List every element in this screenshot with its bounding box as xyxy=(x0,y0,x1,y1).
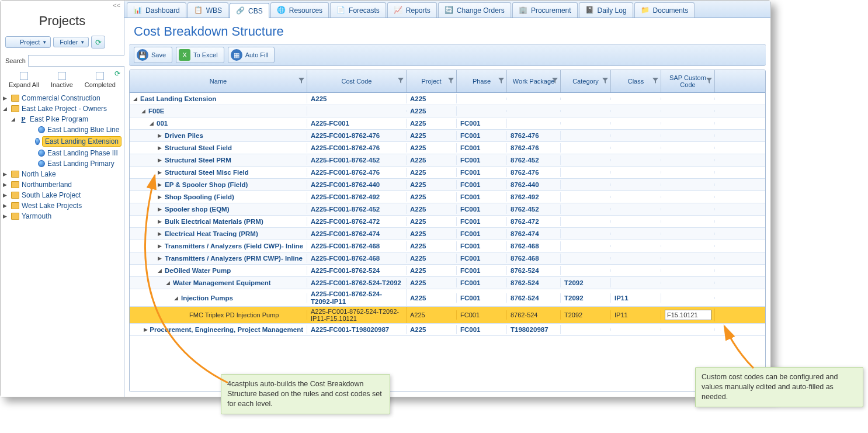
row-toggle-icon[interactable]: ▶ xyxy=(158,157,163,163)
table-row[interactable]: ▶Shop Spooling (Field)A225-FC001-8762-49… xyxy=(130,191,765,203)
table-row[interactable]: ▶Structural Steel FieldA225-FC001-8762-4… xyxy=(130,142,765,154)
tree-toggle-icon[interactable]: ▶ xyxy=(3,95,9,101)
table-row[interactable]: ◢F00EA225 xyxy=(130,105,765,117)
filter-icon[interactable] xyxy=(448,78,454,85)
row-toggle-icon[interactable]: ◢ xyxy=(150,120,155,126)
table-row[interactable]: ◢001A225-FC001A225FC001 xyxy=(130,117,765,130)
tree-node[interactable]: East Landing Blue Line xyxy=(3,124,121,135)
table-row[interactable]: ▶Transmitters / Analyzers (PRM CWP)- Inl… xyxy=(130,252,765,265)
table-row[interactable]: ▶Transmitters / Analyzers (Field CWP)- I… xyxy=(130,240,765,252)
tree-toggle-icon[interactable]: ◢ xyxy=(11,116,17,122)
table-row[interactable]: ◢Water Management EquipmentA225-FC001-87… xyxy=(130,277,765,289)
tree-node[interactable]: East Landing Phase III xyxy=(3,148,121,158)
tree-toggle-icon[interactable]: ▶ xyxy=(3,203,9,209)
tree-node[interactable]: ◢East Lake Project - Owners xyxy=(3,103,121,114)
tab-forecasts[interactable]: 📄Forecasts xyxy=(330,2,386,18)
row-toggle-icon[interactable]: ◢ xyxy=(158,268,163,273)
save-button[interactable]: 💾 Save xyxy=(134,47,172,63)
table-row[interactable]: ▶Bulk Electrical Materials (PRM)A225-FC0… xyxy=(130,216,765,228)
program-icon: P xyxy=(19,115,27,123)
row-toggle-icon[interactable]: ▶ xyxy=(158,169,163,175)
sap-code-input[interactable] xyxy=(665,310,711,320)
filter-icon[interactable] xyxy=(652,78,658,85)
grid-body[interactable]: ◢East Landing ExtensionA225A225◢F00EA225… xyxy=(130,93,765,392)
project-dropdown[interactable]: Project ▼ xyxy=(5,36,51,48)
table-row[interactable]: ▶Driven PilesA225-FC001-8762-476A225FC00… xyxy=(130,130,765,142)
table-row[interactable]: ▶Structural Steel Misc FieldA225-FC001-8… xyxy=(130,167,765,179)
tree-node[interactable]: ▶North Lake xyxy=(3,169,121,179)
row-toggle-icon[interactable]: ◢ xyxy=(166,280,171,286)
tab-dashboard[interactable]: 📊Dashboard xyxy=(127,2,186,18)
tree-toggle-icon[interactable]: ◢ xyxy=(3,106,9,112)
row-toggle-icon[interactable]: ▶ xyxy=(144,327,148,332)
row-toggle-icon[interactable]: ▶ xyxy=(158,219,163,224)
row-toggle-icon[interactable]: ◢ xyxy=(174,295,179,301)
col-sap-code[interactable]: SAP Custom Code xyxy=(661,70,715,92)
tree-toggle-icon[interactable]: ▶ xyxy=(3,213,9,219)
row-name: Bulk Electrical Materials (PRM) xyxy=(165,218,263,225)
col-project[interactable]: Project xyxy=(407,70,457,92)
col-category[interactable]: Category xyxy=(561,70,611,92)
filter-icon[interactable] xyxy=(706,78,712,85)
tree-toggle-icon[interactable]: ▶ xyxy=(3,171,9,177)
table-row[interactable]: ◢DeOiled Water PumpA225-FC001-8762-524A2… xyxy=(130,265,765,277)
tab-resources[interactable]: 🌐Resources xyxy=(270,2,329,18)
tree-node[interactable]: East Landing Primary xyxy=(3,158,121,169)
row-toggle-icon[interactable]: ▶ xyxy=(158,145,163,151)
row-toggle-icon[interactable]: ▶ xyxy=(158,182,163,188)
row-toggle-icon[interactable]: ▶ xyxy=(158,231,163,237)
inactive-toggle[interactable]: Inactive xyxy=(51,72,73,88)
tree-node[interactable]: ▶Commercial Construction xyxy=(3,93,121,103)
col-cost-code[interactable]: Cost Code xyxy=(307,70,407,92)
search-input[interactable] xyxy=(28,55,133,67)
tab-documents[interactable]: 📁Documents xyxy=(634,2,695,18)
refresh-button[interactable]: ⟳ xyxy=(91,36,105,49)
row-toggle-icon[interactable]: ▶ xyxy=(158,255,163,261)
expand-all-toggle[interactable]: Expand All xyxy=(9,72,39,88)
sidebar-collapse[interactable]: << xyxy=(1,1,124,10)
row-toggle-icon[interactable]: ▶ xyxy=(158,243,163,249)
table-row[interactable]: ▶Procurement, Engineering, Project Manag… xyxy=(130,324,765,336)
col-class[interactable]: Class xyxy=(611,70,661,92)
tab-reports[interactable]: 📈Reports xyxy=(387,2,437,18)
tab-cbs[interactable]: 🔗CBS xyxy=(230,3,269,18)
cell-proj: A225 xyxy=(407,278,457,287)
col-work-package[interactable]: Work Package xyxy=(507,70,561,92)
tree-node[interactable]: ▶West Lake Projects xyxy=(3,200,121,211)
tree-toggle-icon[interactable]: ▶ xyxy=(3,182,9,188)
refresh-icon[interactable]: ⟳ xyxy=(114,70,120,78)
row-toggle-icon[interactable]: ◢ xyxy=(133,96,138,102)
tree-node[interactable]: ◢PEast Pike Program xyxy=(3,114,121,124)
folder-dropdown[interactable]: Folder ▼ xyxy=(53,37,89,47)
completed-toggle[interactable]: Completed xyxy=(85,72,116,88)
tab-procurement[interactable]: 🏢Procurement xyxy=(512,2,578,18)
table-row[interactable]: ▶Electrical Heat Tracing (PRM)A225-FC001… xyxy=(130,228,765,240)
table-row[interactable]: FMC Triplex PD Injection PumpA225-FC001-… xyxy=(130,307,765,324)
filter-icon[interactable] xyxy=(398,78,404,85)
row-toggle-icon[interactable]: ▶ xyxy=(158,194,163,200)
to-excel-button[interactable]: X To Excel xyxy=(176,47,224,63)
col-name[interactable]: Name xyxy=(130,70,307,92)
table-row[interactable]: ◢Injection PumpsA225-FC001-8762-524-T209… xyxy=(130,289,765,307)
tree-node[interactable]: ▶Northumberland xyxy=(3,179,121,190)
tab-wbs[interactable]: 📋WBS xyxy=(188,2,228,18)
filter-icon[interactable] xyxy=(298,78,304,85)
table-row[interactable]: ▶Structural Steel PRMA225-FC001-8762-452… xyxy=(130,154,765,167)
filter-icon[interactable] xyxy=(552,78,558,85)
table-row[interactable]: ▶Spooler shop (EQM)A225-FC001-8762-452A2… xyxy=(130,203,765,216)
tree-toggle-icon[interactable]: ▶ xyxy=(3,192,9,198)
col-phase[interactable]: Phase xyxy=(457,70,507,92)
row-toggle-icon[interactable]: ◢ xyxy=(141,108,147,114)
table-row[interactable]: ◢East Landing ExtensionA225A225 xyxy=(130,93,765,105)
tree-node[interactable]: ▶Yarmouth xyxy=(3,211,121,221)
autofill-button[interactable]: ▦ Auto Fill xyxy=(228,47,275,63)
table-row[interactable]: ▶EP & Spooler Shop (Field)A225-FC001-876… xyxy=(130,179,765,191)
row-toggle-icon[interactable]: ▶ xyxy=(158,133,163,138)
row-toggle-icon[interactable]: ▶ xyxy=(158,206,163,212)
tab-change-orders[interactable]: 🔄Change Orders xyxy=(438,2,511,18)
tab-daily-log[interactable]: 📓Daily Log xyxy=(579,2,633,18)
filter-icon[interactable] xyxy=(498,78,504,85)
filter-icon[interactable] xyxy=(602,78,608,85)
tree-node[interactable]: East Landing Extension xyxy=(3,135,121,148)
tree-node[interactable]: ▶South Lake Project xyxy=(3,190,121,200)
